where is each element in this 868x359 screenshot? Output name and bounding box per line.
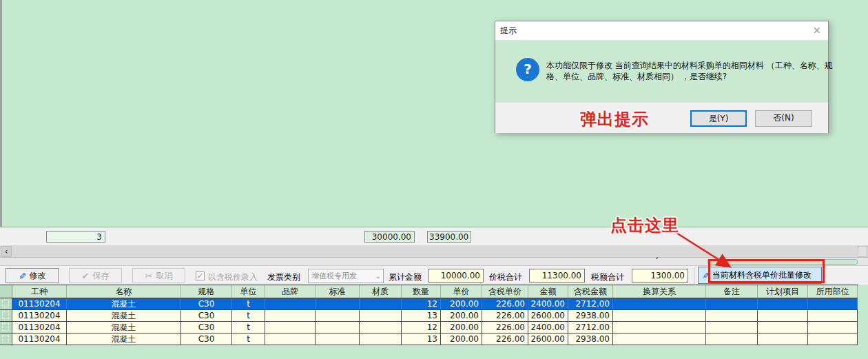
horizontal-scrollbar[interactable]: ‹ — [0, 245, 868, 257]
close-icon[interactable]: × — [812, 25, 821, 36]
cell[interactable]: t — [232, 334, 265, 345]
column-header[interactable]: 单位 — [232, 285, 265, 298]
cell[interactable]: 01130204 — [12, 322, 67, 333]
cell[interactable] — [808, 334, 858, 345]
cell[interactable]: 2400.00 — [528, 298, 568, 309]
cell[interactable]: 01130204 — [12, 310, 67, 321]
cell[interactable]: 226.00 — [482, 310, 528, 321]
tax-entry-checkbox[interactable]: ✓ — [196, 271, 205, 280]
cell[interactable]: 226.00 — [482, 322, 528, 333]
cell[interactable]: t — [232, 298, 265, 309]
cell[interactable]: 2600.00 — [528, 310, 568, 321]
splitter-collapse-icon[interactable]: ˅ — [655, 257, 659, 265]
cell[interactable]: C30 — [181, 334, 232, 345]
cell[interactable] — [360, 322, 402, 333]
cell[interactable]: 12 — [402, 322, 441, 333]
cell[interactable]: C30 — [181, 322, 232, 333]
cell[interactable] — [706, 334, 758, 345]
row-selector[interactable] — [0, 334, 12, 345]
cell[interactable]: 2938.00 — [568, 334, 613, 345]
cell[interactable] — [613, 334, 706, 345]
cell[interactable]: 12 — [402, 298, 441, 309]
column-header[interactable]: 单价 — [441, 285, 482, 298]
cell[interactable] — [758, 334, 808, 345]
cell[interactable] — [316, 334, 360, 345]
row-selector[interactable] — [0, 298, 12, 309]
cell[interactable] — [360, 310, 402, 321]
cell[interactable]: 混凝土 — [67, 298, 181, 309]
column-header[interactable]: 含税单价 — [482, 285, 528, 298]
cell[interactable] — [265, 322, 316, 333]
cell[interactable]: 226.00 — [482, 298, 528, 309]
cell[interactable]: 2600.00 — [528, 334, 568, 345]
cumulative-amount-field[interactable]: 10000.00 — [428, 269, 484, 283]
save-button[interactable]: ✔ 保存 — [69, 268, 122, 283]
cell[interactable]: t — [232, 322, 265, 333]
batch-modify-unit-price-button[interactable]: ✎ 当前材料含税单价批量修改 — [698, 267, 822, 284]
cell[interactable] — [706, 310, 758, 321]
invoice-type-select[interactable]: 增值税专用发票|13% ⌄ — [308, 269, 384, 283]
cell[interactable]: 2712.00 — [568, 322, 613, 333]
row-selector[interactable] — [0, 322, 12, 333]
cell[interactable]: C30 — [181, 298, 232, 309]
cell[interactable] — [758, 298, 808, 309]
row-selector[interactable] — [0, 310, 12, 321]
cell[interactable] — [316, 298, 360, 309]
tax-amount-total-field[interactable]: 1300.00 — [632, 269, 688, 283]
cell[interactable]: 226.00 — [482, 334, 528, 345]
cell[interactable]: 200.00 — [441, 322, 482, 333]
amount-total-field[interactable]: 30000.00 — [364, 231, 415, 243]
cell[interactable]: 2400.00 — [528, 322, 568, 333]
column-header[interactable]: 标准 — [316, 285, 360, 298]
column-header[interactable]: 名称 — [67, 285, 181, 298]
column-header[interactable]: 品牌 — [265, 285, 316, 298]
cell[interactable] — [265, 310, 316, 321]
table-row[interactable]: 01130204混凝土C30t12200.00226.002400.002712… — [0, 298, 858, 310]
cell[interactable] — [316, 310, 360, 321]
cell[interactable]: 200.00 — [441, 310, 482, 321]
splitter-bar[interactable]: ˅ — [0, 257, 868, 265]
cell[interactable]: 混凝土 — [67, 310, 181, 321]
cell[interactable]: C30 — [181, 310, 232, 321]
cell[interactable] — [808, 298, 858, 309]
cell[interactable] — [316, 322, 360, 333]
cell[interactable] — [808, 322, 858, 333]
dialog-title-bar[interactable]: 提示 × — [495, 21, 828, 40]
cell[interactable] — [360, 298, 402, 309]
table-row[interactable]: 01130204混凝土C30t13200.00226.002600.002938… — [0, 310, 858, 322]
column-header[interactable]: 金额 — [528, 285, 568, 298]
cell[interactable] — [808, 310, 858, 321]
cell[interactable] — [265, 334, 316, 345]
cell[interactable] — [613, 322, 706, 333]
cell[interactable] — [706, 322, 758, 333]
cell[interactable]: 13 — [402, 334, 441, 345]
cell[interactable]: 2938.00 — [568, 310, 613, 321]
price-tax-total-field[interactable]: 11300.00 — [529, 269, 585, 283]
cell[interactable]: 01130204 — [12, 334, 67, 345]
cell[interactable]: 混凝土 — [67, 322, 181, 333]
cell[interactable]: 2712.00 — [568, 298, 613, 309]
column-header[interactable]: 备注 — [706, 285, 758, 298]
cancel-button[interactable]: ✂ 取消 — [132, 268, 185, 283]
amount-with-tax-total-field[interactable]: 33900.00 — [427, 231, 471, 243]
column-header[interactable]: 计划项目 — [758, 285, 808, 298]
table-row[interactable]: 01130204混凝土C30t13200.00226.002600.002938… — [0, 334, 858, 345]
cell[interactable] — [758, 310, 808, 321]
scroll-left-icon[interactable]: ‹ — [1, 246, 12, 257]
cell[interactable]: t — [232, 310, 265, 321]
cell[interactable] — [613, 310, 706, 321]
cell[interactable] — [265, 298, 316, 309]
no-button[interactable]: 否(N) — [755, 110, 812, 127]
yes-button[interactable]: 是(Y) — [690, 110, 747, 127]
splitter-scroll-thumb[interactable] — [707, 259, 858, 265]
cell[interactable]: 200.00 — [441, 298, 482, 309]
cell[interactable]: 13 — [402, 310, 441, 321]
column-header[interactable]: 含税金额 — [568, 285, 613, 298]
column-header[interactable]: 换算关系 — [613, 285, 706, 298]
column-header[interactable]: 材质 — [360, 285, 402, 298]
record-count-field[interactable]: 3 — [46, 231, 105, 243]
table-row[interactable]: 01130204混凝土C30t12200.00226.002400.002712… — [0, 322, 858, 334]
column-header[interactable]: 工种 — [12, 285, 67, 298]
cell[interactable] — [706, 298, 758, 309]
cell[interactable] — [613, 298, 706, 309]
